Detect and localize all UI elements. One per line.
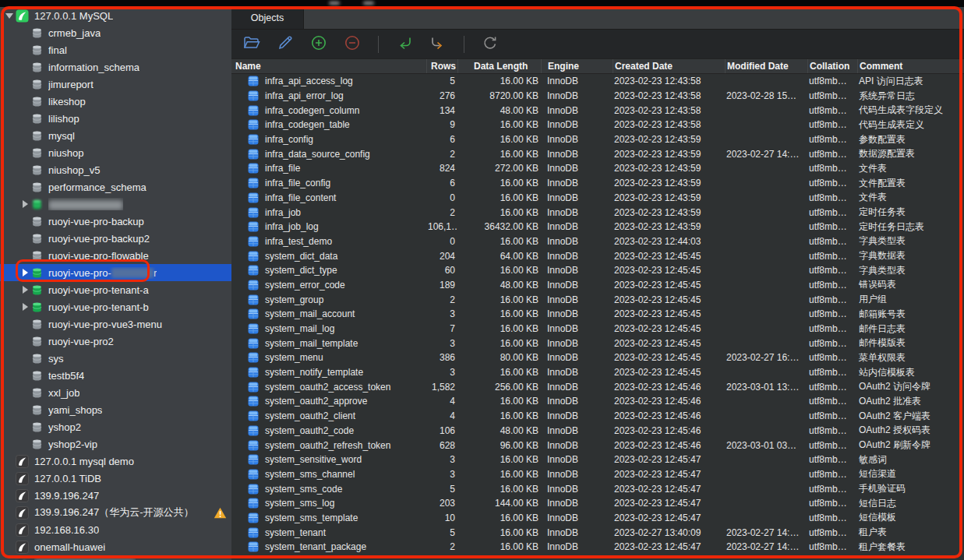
sidebar-item-127-0-0-1-tidb[interactable]: 127.0.0.1 TiDB bbox=[0, 470, 231, 487]
sidebar-item-yami-shops[interactable]: yami_shops bbox=[0, 401, 231, 418]
table-row-system_oauth2_client[interactable]: system_oauth2_client416.00 KBInnoDB2023-… bbox=[231, 409, 964, 424]
column-header-comment[interactable]: Comment bbox=[857, 59, 964, 73]
disclosure-right-icon[interactable] bbox=[19, 200, 31, 208]
column-header-data-length[interactable]: Data Length bbox=[457, 59, 541, 73]
cell-engine: InnoDB bbox=[541, 134, 613, 145]
disclosure-right-icon[interactable] bbox=[19, 269, 31, 276]
sidebar-item-yshop2-vip[interactable]: yshop2-vip bbox=[0, 435, 231, 453]
sidebar-item-redacted[interactable] bbox=[0, 195, 231, 213]
table-row-infra_config[interactable]: infra_config616.00 KBInnoDB2023-02-23 12… bbox=[231, 132, 964, 147]
open-table-button[interactable] bbox=[242, 35, 261, 54]
sidebar-item-onemall-huawei[interactable]: onemall-huawei bbox=[0, 538, 231, 555]
new-table-button[interactable] bbox=[309, 35, 328, 54]
table-row-infra_api_error_log[interactable]: infra_api_error_log2768720.00 KBInnoDB20… bbox=[231, 89, 964, 104]
table-row-infra_file_config[interactable]: infra_file_config616.00 KBInnoDB2023-02-… bbox=[231, 176, 964, 191]
cell-collation: utf8mb… bbox=[807, 294, 857, 305]
cell-comment: 参数配置表 bbox=[857, 133, 964, 146]
sidebar-item-139-9-196-247[interactable]: 139.9.196.247 bbox=[0, 487, 231, 504]
sidebar-item-ruoyi-vue-pro-backup[interactable]: ruoyi-vue-pro-backup bbox=[0, 213, 231, 230]
column-header-collation[interactable]: Collation bbox=[807, 59, 857, 73]
sidebar-item-final[interactable]: final bbox=[0, 41, 231, 58]
export-wizard-button[interactable] bbox=[429, 35, 447, 54]
table-row-infra_file_content[interactable]: infra_file_content016.00 KBInnoDB2023-02… bbox=[231, 191, 964, 206]
table-row-infra_job_log[interactable]: infra_job_log106,1…36432.00 KBInnoDB2023… bbox=[231, 220, 964, 234]
disclosure-down-icon[interactable] bbox=[3, 13, 16, 19]
sidebar-item-testb5f4[interactable]: testb5f4 bbox=[0, 367, 231, 384]
sidebar-item-139-9-196-247-[interactable]: 139.9.196.247（华为云-开源公共） bbox=[0, 504, 231, 521]
pencil-icon bbox=[276, 33, 295, 55]
sidebar-item-127-0-0-1-mysql[interactable]: 127.0.0.1 MySQL bbox=[0, 7, 231, 24]
table-row-system_sms_log[interactable]: system_sms_log203144.00 KBInnoDB2023-02-… bbox=[231, 496, 964, 511]
sidebar-item-niushop-v5[interactable]: niushop_v5 bbox=[0, 161, 231, 178]
table-name: infra_file_config bbox=[265, 178, 330, 188]
table-row-infra_test_demo[interactable]: infra_test_demo016.00 KBInnoDB2023-02-23… bbox=[231, 234, 964, 249]
sidebar-item-ruoyi-vue-pro-backup2[interactable]: ruoyi-vue-pro-backup2 bbox=[0, 230, 231, 247]
delete-table-button[interactable] bbox=[343, 35, 362, 54]
cell-created: 2023-02-23 12:43:59 bbox=[613, 221, 725, 232]
column-header-created-date[interactable]: Created Date bbox=[613, 59, 725, 73]
table-row-system_oauth2_refresh_token[interactable]: system_oauth2_refresh_token62896.00 KBIn… bbox=[231, 438, 964, 453]
table-row-system_mail_log[interactable]: system_mail_log716.00 KBInnoDB2023-02-23… bbox=[231, 322, 964, 336]
table-row-system_oauth2_access_token[interactable]: system_oauth2_access_token1,582256.00 KB… bbox=[231, 379, 964, 394]
table-row-infra_data_source_config[interactable]: infra_data_source_config216.00 KBInnoDB2… bbox=[231, 146, 964, 161]
sidebar-item-ruoyi-vue-pro2[interactable]: ruoyi-vue-pro2 bbox=[0, 333, 231, 350]
refresh-icon bbox=[481, 33, 500, 55]
column-header-rows[interactable]: Rows bbox=[426, 59, 457, 73]
table-row-system_tenant_package[interactable]: system_tenant_package216.00 KBInnoDB2023… bbox=[231, 540, 964, 555]
table-row-system_group[interactable]: system_group216.00 KBInnoDB2023-02-23 12… bbox=[231, 292, 964, 307]
disclosure-right-icon[interactable] bbox=[19, 286, 31, 294]
table-name: system_tenant bbox=[265, 527, 326, 538]
table-row-system_sms_code[interactable]: system_sms_code516.00 KBInnoDB2023-02-23… bbox=[231, 481, 964, 496]
sidebar-item-lilishop[interactable]: lilishop bbox=[0, 110, 231, 127]
cell-comment: OAuth2 客户端表 bbox=[857, 410, 964, 423]
tab-objects[interactable]: Objects bbox=[231, 7, 304, 29]
table-row-infra_codegen_table[interactable]: infra_codegen_table916.00 KBInnoDB2023-0… bbox=[231, 118, 964, 132]
sidebar-item-ruoyi-vue-pro-vue3-menu[interactable]: ruoyi-vue-pro-vue3-menu bbox=[0, 315, 231, 333]
sidebar-item-performance-schema[interactable]: performance_schema bbox=[0, 178, 231, 195]
table-row-infra_job[interactable]: infra_job216.00 KBInnoDB2023-02-23 12:43… bbox=[231, 205, 964, 220]
table-row-system_oauth2_code[interactable]: system_oauth2_code10648.00 KBInnoDB2023-… bbox=[231, 424, 964, 438]
table-row-system_notify_template[interactable]: system_notify_template316.00 KBInnoDB202… bbox=[231, 365, 964, 380]
table-row-infra_api_access_log[interactable]: infra_api_access_log516.00 KBInnoDB2023-… bbox=[231, 74, 964, 89]
table-name: system_mail_account bbox=[265, 308, 355, 319]
sidebar-item-mysql[interactable]: mysql bbox=[0, 127, 231, 144]
sidebar-item-redacted[interactable] bbox=[0, 555, 231, 560]
sidebar-item-ruoyi-vue-pro-tenant-b[interactable]: ruoyi-vue-pro-tenant-b bbox=[0, 298, 231, 315]
column-header-name[interactable]: Name bbox=[231, 59, 426, 73]
sidebar-item-ruoyi-vue-pro-tenant-a[interactable]: ruoyi-vue-pro-tenant-a bbox=[0, 281, 231, 298]
table-row-system_mail_account[interactable]: system_mail_account316.00 KBInnoDB2023-0… bbox=[231, 307, 964, 322]
sidebar-item-likeshop[interactable]: likeshop bbox=[0, 93, 231, 110]
table-row-system_mail_template[interactable]: system_mail_template316.00 KBInnoDB2023-… bbox=[231, 336, 964, 350]
sidebar-item-crmeb-java[interactable]: crmeb_java bbox=[0, 24, 231, 41]
sidebar-item-ruoyi-vue-pro-flowable[interactable]: ruoyi-vue-pro-flowable bbox=[0, 247, 231, 264]
table-row-system_error_code[interactable]: system_error_code18948.00 KBInnoDB2023-0… bbox=[231, 278, 964, 293]
design-table-button[interactable] bbox=[276, 35, 295, 54]
table-row-system_sms_template[interactable]: system_sms_template1016.00 KBInnoDB2023-… bbox=[231, 511, 964, 526]
cell-engine: InnoDB bbox=[541, 119, 613, 130]
table-row-system_oauth2_approve[interactable]: system_oauth2_approve416.00 KBInnoDB2023… bbox=[231, 394, 964, 409]
table-row-system_sensitive_word[interactable]: system_sensitive_word316.00 KBInnoDB2023… bbox=[231, 453, 964, 467]
column-header-modified-date[interactable]: Modified Date bbox=[725, 59, 807, 73]
table-row-system_dict_type[interactable]: system_dict_type6016.00 KBInnoDB2023-02-… bbox=[231, 263, 964, 278]
import-wizard-button[interactable] bbox=[395, 35, 414, 54]
table-row-infra_codegen_column[interactable]: infra_codegen_column13448.00 KBInnoDB202… bbox=[231, 103, 964, 118]
sidebar-item-ruoyi-vue-pro-[interactable]: ruoyi-vue-pro-r bbox=[0, 264, 231, 281]
sidebar-item-127-0-0-1-mysql-demo[interactable]: 127.0.0.1 mysql demo bbox=[0, 453, 231, 470]
sidebar-item-sys[interactable]: sys bbox=[0, 350, 231, 367]
cell-comment: API 访问日志表 bbox=[857, 75, 964, 88]
table-row-system_sms_channel[interactable]: system_sms_channel316.00 KBInnoDB2023-02… bbox=[231, 467, 964, 482]
sidebar-item-yshop2[interactable]: yshop2 bbox=[0, 418, 231, 435]
column-header-engine[interactable]: Engine bbox=[541, 59, 613, 73]
sidebar-item-192-168-16-30[interactable]: 192.168.16.30 bbox=[0, 521, 231, 538]
disclosure-right-icon[interactable] bbox=[19, 303, 31, 311]
table-row-system_menu[interactable]: system_menu38680.00 KBInnoDB2023-02-23 1… bbox=[231, 350, 964, 365]
table-row-infra_file[interactable]: infra_file824272.00 KBInnoDB2023-02-23 1… bbox=[231, 161, 964, 176]
table-row-system_dict_data[interactable]: system_dict_data20464.00 KBInnoDB2023-02… bbox=[231, 248, 964, 263]
sidebar-item-jimureport[interactable]: jimureport bbox=[0, 76, 231, 93]
refresh-button[interactable] bbox=[481, 35, 500, 54]
table-icon bbox=[248, 308, 259, 319]
sidebar-item-niushop[interactable]: niushop bbox=[0, 144, 231, 161]
sidebar-item-xxl-job[interactable]: xxl_job bbox=[0, 384, 231, 401]
sidebar-item-information-schema[interactable]: information_schema bbox=[0, 58, 231, 76]
table-row-system_tenant[interactable]: system_tenant516.00 KBInnoDB2023-02-27 1… bbox=[231, 525, 964, 540]
